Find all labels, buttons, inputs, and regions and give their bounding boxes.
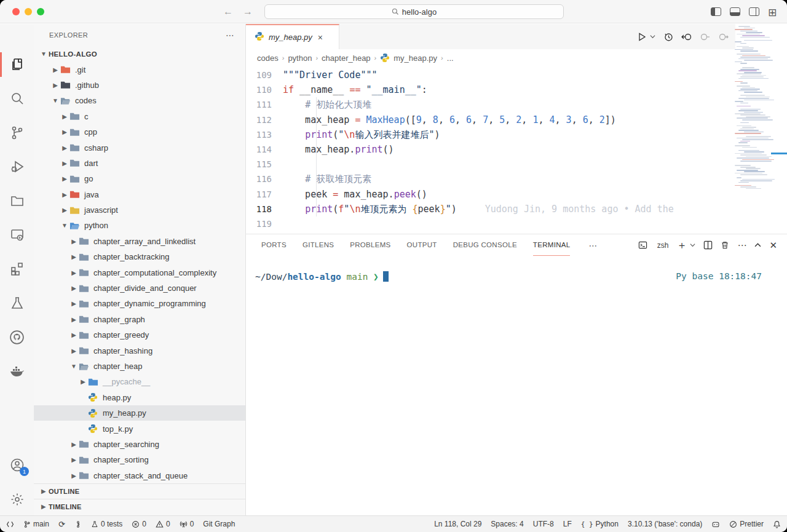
tree-item-c[interactable]: ▶c [34, 109, 245, 124]
tree-item-heap-py[interactable]: heap.py [34, 390, 245, 405]
notifications-bell[interactable] [773, 520, 781, 528]
tree-item-chapter-heap[interactable]: ▼chapter_heap [34, 359, 245, 374]
tree-item-chapter-graph[interactable]: ▶chapter_graph [34, 312, 245, 327]
back-icon[interactable]: ← [223, 6, 233, 17]
prettier-button[interactable]: Prettier [729, 520, 764, 528]
toggle-secondary-sidebar-icon[interactable] [749, 7, 759, 16]
tree-item-cpp[interactable]: ▶cpp [34, 124, 245, 140]
tree-item--pycache-[interactable]: ▶__pycache__ [34, 374, 245, 389]
tree-item-chapter-greedy[interactable]: ▶chapter_greedy [34, 327, 245, 343]
panel-tabs-more-icon[interactable]: ⋯ [588, 240, 597, 250]
explorer-more-actions[interactable]: ⋯ [226, 30, 234, 40]
tree-item-chapter-hashing[interactable]: ▶chapter_hashing [34, 343, 245, 358]
minimap[interactable] [735, 24, 787, 191]
forward-icon[interactable]: → [243, 6, 253, 17]
code-line-113[interactable]: 113 print("\n输入列表并建堆后") [246, 127, 787, 142]
panel-tab-gitlens[interactable]: GITLENS [303, 234, 334, 256]
tree-item-chapter-dynamic-programming[interactable]: ▶chapter_dynamic_programming [34, 296, 245, 311]
tree-item-dart[interactable]: ▶dart [34, 156, 245, 171]
indentation[interactable]: Spaces: 4 [491, 520, 523, 528]
tree-item--git[interactable]: ▶.git [34, 62, 245, 77]
terminal-dropdown-icon[interactable] [690, 242, 695, 248]
code-line-112[interactable]: 112 max_heap = MaxHeap([9, 8, 6, 6, 7, 5… [246, 113, 787, 127]
breadcrumb-item[interactable]: codes [257, 54, 279, 63]
code-line-117[interactable]: 117 peek = max_heap.peek() [246, 187, 787, 202]
activity-accounts[interactable]: 1 [0, 450, 34, 480]
code-line-114[interactable]: 114 max_heap.print() [246, 142, 787, 157]
tree-root-hello-algo[interactable]: ▼HELLO-ALGO [34, 46, 245, 62]
activity-search[interactable] [0, 84, 34, 113]
activity-extensions[interactable] [0, 254, 34, 284]
code-line-110[interactable]: 110if __name__ == "__main__": [246, 82, 787, 97]
breadcrumb-item[interactable]: python [288, 54, 312, 63]
tab-close-icon[interactable]: × [318, 33, 323, 42]
tree-item-csharp[interactable]: ▶csharp [34, 140, 245, 155]
command-center-search[interactable]: hello-algo [264, 4, 564, 19]
warnings-indicator[interactable]: 0 [156, 520, 170, 528]
tree-item-javascript[interactable]: ▶javascript [34, 202, 245, 218]
remote-indicator[interactable] [6, 520, 14, 528]
tree-item-python[interactable]: ▼python [34, 218, 245, 233]
breadcrumb-item[interactable]: ... [447, 54, 454, 63]
shell-name[interactable]: zsh [657, 241, 669, 250]
code-line-118[interactable]: 118 print(f"\n堆顶元素为 {peek}")Yudong Jin, … [246, 202, 787, 216]
tree-item--github[interactable]: ▶.github [34, 77, 245, 93]
activity-run-and-debug[interactable] [0, 152, 34, 181]
file-history-icon[interactable] [663, 32, 673, 42]
code-editor[interactable]: 109"""Driver Code"""110if __name__ == "_… [246, 66, 787, 234]
tree-item-go[interactable]: ▶go [34, 171, 245, 186]
language-mode[interactable]: { }Python [581, 520, 619, 528]
activity-settings[interactable] [0, 485, 34, 514]
breadcrumb-item[interactable]: my_heap.py [394, 54, 437, 63]
python-interpreter[interactable]: 3.10.13 ('base': conda) [628, 520, 702, 528]
activity-folder-explorer[interactable] [0, 186, 34, 216]
tree-item-chapter-computational-complexity[interactable]: ▶chapter_computational_complexity [34, 264, 245, 280]
customize-layout-icon[interactable] [768, 7, 778, 16]
zoom-window-button[interactable] [37, 8, 44, 15]
kill-terminal-icon[interactable] [721, 240, 729, 250]
minimize-window-button[interactable] [25, 8, 32, 15]
activity-source-control[interactable] [0, 118, 34, 148]
tests-indicator[interactable]: 0 tests [91, 520, 122, 528]
tree-item-chapter-array-and-linkedlist[interactable]: ▶chapter_array_and_linkedlist [34, 234, 245, 249]
activity-github[interactable] [0, 322, 34, 352]
cursor-position[interactable]: Ln 118, Col 29 [434, 520, 481, 528]
tree-item-my-heap-py[interactable]: my_heap.py [34, 405, 245, 421]
open-changes-icon[interactable] [681, 32, 692, 42]
panel-tab-terminal[interactable]: TERMINAL [533, 234, 571, 256]
breadcrumb-item[interactable]: chapter_heap [322, 54, 371, 63]
activity-docker[interactable] [0, 357, 34, 386]
code-line-111[interactable]: 111 # 初始化大顶堆 [246, 97, 787, 112]
panel-tab-ports[interactable]: PORTS [261, 234, 287, 256]
sync-button[interactable]: ⟳ [58, 520, 65, 529]
maximize-panel-icon[interactable] [754, 242, 761, 248]
activity-testing[interactable] [0, 288, 34, 318]
run-dropdown-icon[interactable] [650, 34, 655, 39]
panel-more-actions-icon[interactable]: ⋯ [737, 240, 746, 251]
encoding[interactable]: UTF-8 [533, 520, 554, 528]
panel-tab-problems[interactable]: PROBLEMS [350, 234, 390, 256]
close-window-button[interactable] [12, 8, 20, 15]
activity-explorer[interactable] [0, 50, 34, 79]
tree-item-java[interactable]: ▶java [34, 187, 245, 202]
activity-remote-explorer[interactable] [0, 220, 34, 250]
code-line-115[interactable]: 115 [246, 157, 787, 172]
tree-item-top-k-py[interactable]: top_k.py [34, 421, 245, 436]
terminal-content[interactable]: ~/Dow/hello-algo main ❯ Py base 18:18:47 [255, 271, 778, 282]
sidebar-section-timeline[interactable]: ▶TIMELINE [34, 499, 245, 514]
copilot-button[interactable] [711, 520, 720, 528]
gitlens-button[interactable] [74, 520, 82, 528]
tree-item-chapter-backtracking[interactable]: ▶chapter_backtracking [34, 249, 245, 264]
toggle-sidebar-icon[interactable] [711, 7, 721, 16]
ports-indicator[interactable]: 0 [180, 520, 194, 528]
eol[interactable]: LF [563, 520, 572, 528]
next-change-icon[interactable] [718, 32, 729, 42]
panel-tab-debug-console[interactable]: DEBUG CONSOLE [453, 234, 517, 256]
code-line-116[interactable]: 116 # 获取堆顶元素 [246, 172, 787, 186]
sidebar-section-outline[interactable]: ▶OUTLINE [34, 483, 245, 499]
tab-my-heap[interactable]: my_heap.py × [246, 24, 339, 49]
new-terminal-icon[interactable]: ＋ [676, 238, 687, 252]
close-panel-icon[interactable]: ✕ [769, 240, 777, 251]
tree-item-chapter-divide-and-conquer[interactable]: ▶chapter_divide_and_conquer [34, 280, 245, 296]
tree-item-codes[interactable]: ▼codes [34, 93, 245, 108]
